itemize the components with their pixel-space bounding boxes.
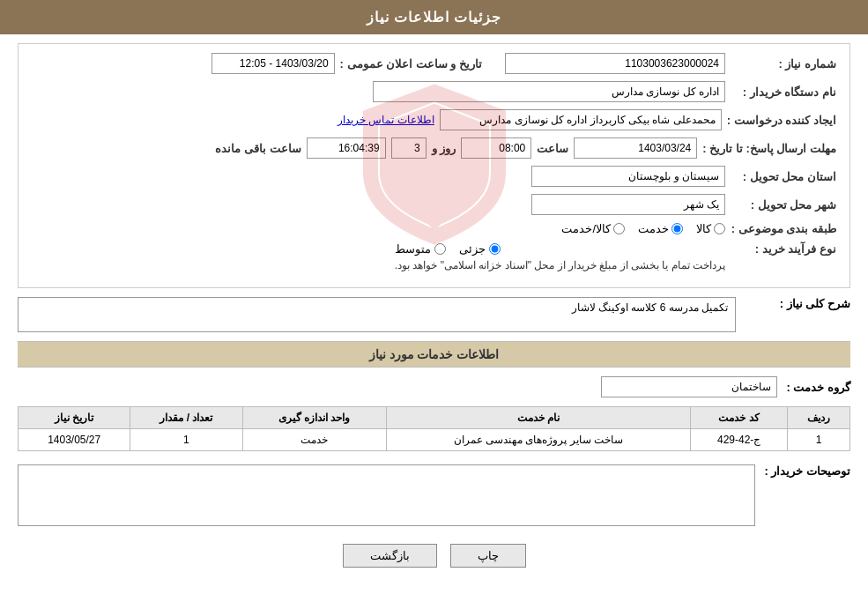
name-dastgah-label: نام دستگاه خریدار : bbox=[731, 85, 836, 99]
col-vahed: واحد اندازه گیری bbox=[242, 407, 386, 429]
radio-jozii-label: جزئی bbox=[459, 242, 486, 256]
shomara-niaz-label: شماره نیاز : bbox=[731, 57, 836, 71]
mohlet-rooz-label: روز و bbox=[432, 142, 456, 155]
page-header: جزئیات اطلاعات نیاز bbox=[0, 0, 868, 34]
tarikh-ilan-label: تاریخ و ساعت اعلان عمومی : bbox=[340, 57, 482, 71]
cell-kod: ج-42-429 bbox=[691, 429, 788, 451]
ijad-konande-label: ایجاد کننده درخواست : bbox=[727, 114, 836, 127]
cell-tedad: 1 bbox=[130, 429, 242, 451]
gorohe-khedmat-label: گروه خدمت : bbox=[786, 381, 850, 394]
radio-kala-label: کالا bbox=[696, 222, 711, 235]
mohlet-date-input bbox=[574, 137, 697, 159]
tabaqe-label: طبقه بندی موضوعی : bbox=[731, 222, 836, 235]
radio-khedmat-input[interactable] bbox=[671, 223, 683, 234]
mohlet-days-input bbox=[391, 137, 427, 159]
mohlet-remaining-label: ساعت باقی مانده bbox=[215, 142, 300, 155]
col-kod: کد خدمت bbox=[691, 407, 788, 429]
cell-tarikh: 1403/05/27 bbox=[19, 429, 130, 451]
radio-kala[interactable]: کالا bbox=[696, 222, 725, 235]
mohlet-label: مهلت ارسال پاسخ: تا تاریخ : bbox=[702, 142, 836, 155]
page-title: جزئیات اطلاعات نیاز bbox=[367, 10, 502, 25]
mohlet-time-input bbox=[461, 137, 531, 159]
back-button[interactable]: بازگشت bbox=[343, 544, 437, 568]
tabaqe-radio-group: کالا/خدمت خدمت کالا bbox=[561, 222, 725, 235]
nooe-farayand-group: متوسط جزئی bbox=[395, 242, 725, 256]
farayand-note: پرداخت تمام یا بخشی از مبلغ خریدار از مح… bbox=[395, 259, 725, 271]
ijad-konande-input bbox=[440, 109, 722, 130]
radio-motovaset[interactable]: متوسط bbox=[395, 242, 446, 256]
mohlet-time-label: ساعت bbox=[537, 142, 568, 155]
buyer-notes-textarea[interactable] bbox=[18, 464, 755, 526]
radio-motovaset-label: متوسط bbox=[395, 242, 431, 256]
radio-jozii-input[interactable] bbox=[489, 243, 501, 255]
radio-jozii[interactable]: جزئی bbox=[459, 242, 501, 256]
col-tedad: تعداد / مقدار bbox=[130, 407, 242, 429]
print-button[interactable]: چاپ bbox=[450, 544, 526, 568]
buyer-notes-label: توصیحات خریدار : bbox=[764, 464, 850, 478]
col-tarikh: تاریخ نیاز bbox=[19, 407, 130, 429]
radio-kala-khedmat-label: کالا/خدمت bbox=[561, 222, 611, 235]
services-section-title: اطلاعات خدمات مورد نیاز bbox=[18, 341, 850, 368]
shomara-niaz-input[interactable] bbox=[505, 53, 725, 74]
mohlet-remaining-input bbox=[307, 137, 386, 159]
radio-kala-khedmat[interactable]: کالا/خدمت bbox=[561, 222, 625, 235]
radio-motovaset-input[interactable] bbox=[434, 243, 446, 255]
services-table: ردیف کد خدمت نام خدمت واحد اندازه گیری ت… bbox=[18, 406, 850, 451]
gorohe-khedmat-input bbox=[601, 376, 777, 397]
radio-khedmat[interactable]: خدمت bbox=[638, 222, 683, 235]
nooe-farayand-label: نوع فرآیند خرید : bbox=[731, 242, 836, 256]
ostan-label: استان محل تحویل : bbox=[731, 170, 836, 183]
contact-link[interactable]: اطلاعات تماس خریدار bbox=[338, 114, 434, 126]
tarikh-ilan-input bbox=[211, 53, 335, 74]
radio-khedmat-label: خدمت bbox=[638, 222, 669, 235]
radio-kala-khedmat-input[interactable] bbox=[613, 223, 625, 234]
col-naam: نام خدمت bbox=[386, 407, 691, 429]
radio-kala-input[interactable] bbox=[714, 223, 725, 234]
sharh-koli-label: شرح کلی نیاز : bbox=[745, 297, 850, 310]
ostan-input bbox=[531, 166, 725, 187]
col-radif: ردیف bbox=[787, 407, 849, 429]
table-row: 1 ج-42-429 ساخت سایر پروژه‌های مهندسی عم… bbox=[19, 429, 850, 451]
cell-vahed: خدمت bbox=[242, 429, 386, 451]
name-dastgah-input bbox=[373, 81, 725, 102]
sharh-koli-display: تکمیل مدرسه 6 کلاسه اوکینگ لاشار bbox=[18, 297, 736, 332]
shahr-label: شهر محل تحویل : bbox=[731, 198, 836, 212]
cell-naam: ساخت سایر پروژه‌های مهندسی عمران bbox=[386, 429, 691, 451]
shahr-input bbox=[531, 194, 725, 215]
cell-radif: 1 bbox=[787, 429, 849, 451]
